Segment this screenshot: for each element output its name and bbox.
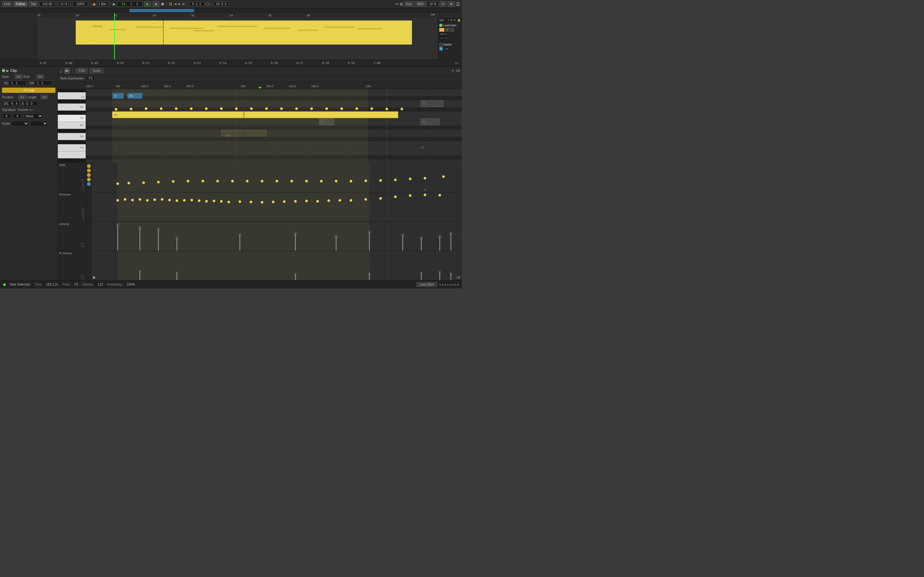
svg-point-60 (190, 107, 192, 110)
end-value-input[interactable] (27, 81, 52, 85)
loop-icon: ◉ (92, 2, 95, 6)
svg-point-145 (350, 199, 352, 201)
pressure-lane[interactable] (92, 192, 462, 222)
expr-icon-1[interactable] (87, 164, 91, 168)
time-0-47: 0:47 (40, 61, 47, 65)
expr-icon-2[interactable] (87, 169, 91, 172)
note-icon: ♩ (60, 68, 62, 73)
loop-length[interactable]: 1 Bar (97, 2, 108, 6)
scale-button[interactable]: Scale (89, 68, 103, 73)
velocity-lane[interactable] (92, 222, 462, 251)
length-label: Length (27, 95, 40, 99)
follow-button[interactable]: Follow (13, 1, 27, 7)
tap-button[interactable]: Tap (29, 1, 38, 7)
scale-select-2[interactable] (30, 121, 48, 126)
zoom-display[interactable]: 100% (73, 2, 88, 6)
expr-icon-3[interactable] (87, 173, 91, 177)
svg-point-109 (365, 179, 367, 182)
svg-point-107 (335, 180, 338, 182)
pencil-icon: ✏ (396, 2, 399, 6)
scale-select[interactable] (11, 121, 29, 126)
master-vol[interactable]: 0 (439, 47, 443, 51)
track-vol-arr[interactable]: 12 (439, 28, 444, 32)
end-set-button[interactable]: Set (37, 74, 44, 79)
midi-button[interactable]: MIDI (415, 1, 426, 7)
svg-point-136 (250, 201, 252, 203)
arr-track-control: Lead Main 12 S ● -3.9 C -inf -inf (438, 23, 462, 42)
svg-text:F3: F3 (114, 113, 118, 116)
pressure-scale: 127 96 64 32 0 (59, 208, 84, 221)
quant-icon: ⬡ (206, 2, 210, 7)
menu-icon[interactable]: ☰ (456, 2, 460, 7)
status-track-name: Lead Main (417, 282, 437, 287)
track-solo-arr[interactable]: S (445, 27, 449, 32)
groove-select[interactable]: None (24, 113, 43, 119)
arrangement-clip[interactable] (76, 21, 412, 45)
bpm-display[interactable]: 141.00 (39, 2, 55, 6)
track-lane[interactable] (37, 18, 438, 60)
rvelocity-lane[interactable]: Off (92, 251, 462, 280)
slide-lane[interactable]: 32 (92, 163, 462, 192)
svg-rect-1 (110, 29, 126, 30)
scroll-thumb[interactable] (129, 9, 194, 12)
key-button[interactable]: Key (404, 1, 414, 7)
link-button[interactable]: Link (2, 1, 12, 7)
position-display[interactable]: 31. 1. 2 (117, 1, 143, 7)
length-value-input[interactable] (21, 101, 38, 106)
svg-point-69 (325, 107, 328, 110)
tl-32: 32 (153, 14, 156, 17)
time-sig-display[interactable]: 4 / 4 (59, 2, 68, 6)
time-1-00: 1:00 (373, 61, 381, 65)
link-icon: ⛓ (169, 2, 173, 6)
count-display[interactable]: 5. 1. 1 (189, 2, 204, 6)
arr-set-icons: + ↻ ✎ 🔒 (448, 19, 461, 22)
svg-point-121 (131, 199, 134, 201)
chevron-down-icon: ▼ (451, 69, 454, 73)
pencil-tool[interactable]: ✏ (64, 68, 70, 74)
start-value-input[interactable] (2, 81, 26, 85)
svg-point-142 (317, 200, 319, 203)
svg-point-66 (280, 107, 283, 110)
view-h-button[interactable]: H (439, 1, 446, 7)
stop-button[interactable]: ■ (152, 1, 160, 7)
sig-num-input[interactable] (2, 114, 11, 119)
position-value-input[interactable] (2, 101, 19, 106)
count-display-2[interactable]: 24. 0. 0 (214, 2, 229, 6)
expr-icon-5[interactable] (87, 182, 91, 186)
note-expr-value[interactable]: F3 (86, 76, 95, 81)
loop-button[interactable]: ↺ Loop (2, 87, 55, 93)
track-arm-arr[interactable]: ● (450, 27, 454, 32)
arrangement-scroll[interactable] (0, 8, 462, 13)
track-db1: -3.9 (439, 32, 444, 36)
arr-playhead-line (114, 18, 115, 60)
status-velocity-label: Velocity: (82, 283, 94, 286)
svg-rect-5 (217, 26, 257, 27)
status-probability-label: Probability: (107, 283, 123, 286)
expr-icon-4[interactable] (87, 177, 91, 181)
separator-5 (166, 2, 167, 7)
length-set-button[interactable]: Set (41, 95, 48, 99)
start-set-button[interactable]: Set (15, 74, 23, 79)
svg-text:A3: A3 (129, 94, 133, 97)
velocity-name: Velocity (59, 222, 84, 226)
note-grid[interactable]: F3 (86, 89, 462, 163)
velocity-label: Velocity 127 64 1 (58, 222, 86, 251)
fold-button[interactable]: Fold (76, 68, 87, 73)
svg-point-123 (146, 199, 149, 201)
pos-set-button[interactable]: Set (18, 95, 26, 99)
time-0-57: 0:57 (296, 61, 304, 65)
groove-add-icon[interactable]: + (33, 108, 34, 111)
svg-point-135 (239, 200, 241, 203)
status-right-area: Lead Main ■ ■ ■ ■ ■ ■ ■ ■ (417, 283, 459, 286)
play-button[interactable]: ▶ (144, 1, 151, 7)
sig-den-input[interactable] (13, 114, 22, 119)
svg-point-133 (220, 200, 223, 203)
svg-point-126 (168, 199, 171, 201)
svg-point-137 (261, 201, 263, 203)
view-w-button[interactable]: W (447, 1, 455, 7)
view-zoom[interactable]: 16 % (427, 2, 439, 6)
play-icon-rvelocity[interactable] (93, 276, 96, 279)
pr-sep-1 (73, 68, 73, 73)
svg-text:E: E (321, 121, 323, 123)
time-0-49: 0:49 (91, 61, 98, 65)
